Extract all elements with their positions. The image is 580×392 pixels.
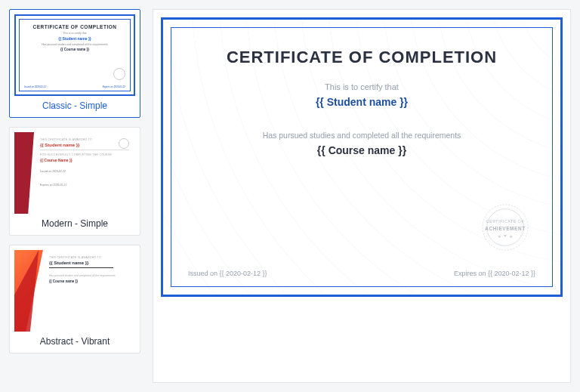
template-thumb-classic: CERTIFICATE OF COMPLETION This is to cer… — [14, 14, 135, 96]
thumb-pursued: Has pursued studies and completed all th… — [24, 43, 125, 46]
template-card-modern[interactable]: THIS CERTIFICATE IS AWARDED TO {{ Studen… — [9, 127, 140, 236]
template-card-abstract[interactable]: THIS CERTIFICATE IS AWARDED TO {{ Studen… — [9, 245, 140, 353]
certificate-course-placeholder: {{ Course name }} — [188, 144, 535, 156]
certificate-student-placeholder: {{ Student name }} — [188, 96, 535, 108]
thumb-student: {{ Student name }} — [40, 143, 129, 147]
badge-icon — [119, 138, 129, 149]
modern-accent-shape — [14, 132, 34, 214]
achievement-stamp-icon: CERTIFICATE OF ACHIEVEMENT — [481, 203, 529, 252]
certificate-pursued-line: Has pursued studies and completed all th… — [188, 131, 535, 140]
certificate-footer: Issued on {{ 2020-02-12 }} Expires on {{… — [188, 270, 535, 277]
template-card-classic[interactable]: CERTIFICATE OF COMPLETION This is to cer… — [9, 9, 140, 118]
thumb-issued: Issued on 2020-02-12 — [40, 170, 129, 173]
template-label-modern: Modern - Simple — [10, 218, 140, 229]
svg-marker-3 — [503, 234, 507, 237]
template-thumb-abstract: THIS CERTIFICATE IS AWARDED TO {{ Studen… — [14, 250, 135, 332]
template-label-classic: Classic - Simple — [10, 100, 140, 111]
template-label-abstract: Abstract - Vibrant — [10, 336, 140, 347]
svg-marker-2 — [498, 235, 501, 238]
certificate-preview: CERTIFICATE OF COMPLETION This is to cer… — [161, 17, 563, 297]
certificate-preview-container: CERTIFICATE OF COMPLETION This is to cer… — [153, 9, 571, 383]
thumb-expires: Expires on 2020-02-12 — [103, 85, 125, 88]
stamp-top-text: CERTIFICATE OF — [486, 219, 525, 224]
thumb-course: {{ Course name }} — [24, 48, 125, 51]
thumb-awarded-to: THIS CERTIFICATE IS AWARDED TO — [49, 256, 129, 259]
template-sidebar: CERTIFICATE OF COMPLETION This is to cer… — [9, 9, 140, 383]
thumb-course: {{ Course Name }} — [40, 158, 129, 162]
svg-marker-4 — [509, 235, 513, 238]
thumb-expires: Expires on 2020-02-12 — [40, 184, 129, 187]
thumb-student: {{ Student name }} — [49, 261, 129, 265]
certificate-expires: Expires on {{ 2020-02-12 }} — [454, 270, 535, 277]
thumb-desc: Has pursued studies and completed all th… — [49, 274, 129, 278]
template-thumb-modern: THIS CERTIFICATE IS AWARDED TO {{ Studen… — [14, 132, 135, 214]
stamp-main-text: ACHIEVEMENT — [485, 226, 525, 231]
achievement-stamp-icon — [113, 68, 125, 80]
thumb-title: CERTIFICATE OF COMPLETION — [24, 24, 125, 29]
thumb-issued: Issued on 2020-02-12 — [24, 85, 46, 88]
thumb-student: {{ Student name }} — [24, 36, 125, 41]
thumb-course: {{ Course name }} — [49, 279, 129, 283]
certificate-title: CERTIFICATE OF COMPLETION — [188, 48, 535, 67]
certificate-certify-line: This is to certify that — [188, 82, 535, 91]
thumb-completing: FOR SUCCESSFULLY COMPLETING THE COURSE — [40, 153, 129, 156]
certificate-issued: Issued on {{ 2020-02-12 }} — [188, 270, 267, 277]
thumb-certify: This is to certify that — [24, 32, 125, 35]
thumb-awarded-to: THIS CERTIFICATE IS AWARDED TO — [40, 138, 129, 141]
